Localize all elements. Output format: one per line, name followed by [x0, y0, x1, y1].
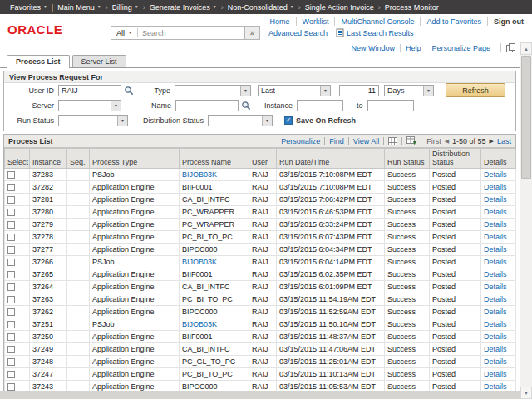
days-select[interactable]: Days ▼ [384, 85, 434, 96]
details-link[interactable]: Details [484, 283, 507, 291]
process-name[interactable]: BIJOB03K [182, 258, 217, 266]
details-link[interactable]: Details [484, 270, 507, 278]
page-action-link[interactable]: Personalize Page [426, 44, 495, 52]
details-link[interactable]: Details [484, 170, 507, 179]
last-search-results-link[interactable]: Last Search Results [347, 29, 414, 37]
row-select-checkbox[interactable] [7, 333, 15, 341]
row-select-checkbox[interactable] [7, 346, 15, 353]
user-id-lookup-icon[interactable] [124, 86, 134, 96]
page-action-link[interactable]: Help [400, 44, 426, 52]
row-select-checkbox[interactable] [7, 221, 15, 229]
details-link[interactable]: Details [484, 245, 507, 254]
header-link[interactable]: Worklist [296, 17, 335, 26]
process-name[interactable]: BIJOB03K [182, 170, 217, 179]
breadcrumb-item[interactable]: Billing ▼ [109, 3, 142, 12]
row-select-checkbox[interactable] [7, 184, 15, 191]
column-header[interactable]: Run Date/Time [277, 149, 385, 169]
vertical-scrollbar[interactable]: ▲ ▼ [520, 42, 532, 399]
breadcrumb-item[interactable]: Generate Invoices ▼ [146, 3, 220, 12]
row-select-checkbox[interactable] [7, 196, 15, 204]
column-header[interactable]: Seq. [67, 149, 90, 169]
row-select-checkbox[interactable] [7, 209, 15, 216]
column-header[interactable]: Process Name [180, 149, 249, 169]
row-select-checkbox[interactable] [7, 271, 15, 278]
details-link[interactable]: Details [484, 345, 507, 353]
row-select-checkbox[interactable] [7, 171, 15, 179]
advanced-search-link[interactable]: Advanced Search [268, 29, 328, 37]
tab[interactable]: Process List [7, 55, 70, 68]
details-link[interactable]: Details [484, 295, 507, 303]
user-id-input[interactable] [58, 85, 121, 96]
search-scope-dropdown[interactable]: All ▼ [111, 27, 137, 39]
details-link[interactable]: Details [484, 308, 507, 316]
breadcrumb-item[interactable]: Non-Consolidated ▼ [224, 3, 298, 12]
header-link[interactable]: MultiChannel Console [334, 17, 420, 26]
run-status-select[interactable]: ▼ [58, 115, 128, 126]
details-link[interactable]: Details [484, 208, 507, 216]
server-select[interactable]: ▼ [58, 100, 121, 111]
row-select-checkbox[interactable] [7, 321, 15, 328]
column-header[interactable]: Details [481, 149, 516, 169]
first-page-link[interactable]: First [426, 137, 441, 145]
column-header[interactable]: Select [5, 149, 30, 169]
scroll-up-icon[interactable]: ▲ [520, 42, 532, 55]
row-select-checkbox[interactable] [7, 308, 15, 316]
process-name[interactable]: BIJOB03K [182, 320, 217, 328]
column-header[interactable]: Instance [30, 149, 67, 169]
details-link[interactable]: Details [484, 233, 507, 241]
scroll-down-icon[interactable]: ▼ [520, 387, 532, 399]
last-page-link[interactable]: Last [497, 137, 511, 145]
page-action-link[interactable]: New Window [346, 44, 400, 52]
breadcrumb-item[interactable]: Main Menu ▼ [54, 3, 104, 12]
breadcrumb-item[interactable]: Single Action Invoice ▼ [302, 3, 377, 12]
details-link[interactable]: Details [484, 183, 507, 191]
header-link[interactable]: Add to Favorites [420, 17, 487, 26]
details-link[interactable]: Details [484, 258, 507, 266]
search-input[interactable] [138, 27, 244, 39]
row-select-checkbox[interactable] [7, 283, 15, 291]
row-select-checkbox[interactable] [7, 383, 15, 391]
details-link[interactable]: Details [484, 357, 507, 366]
distribution-status-select[interactable]: ▼ [208, 115, 273, 126]
search-submit-button[interactable]: » [245, 26, 260, 40]
name-lookup-icon[interactable] [241, 101, 251, 111]
new-window-icon[interactable] [500, 43, 515, 52]
row-select-checkbox[interactable] [7, 371, 15, 378]
details-link[interactable]: Details [484, 382, 507, 391]
column-header[interactable]: User [249, 149, 277, 169]
tab[interactable]: Server List [72, 55, 126, 67]
row-select-checkbox[interactable] [7, 246, 15, 254]
type-select[interactable]: ▼ [175, 85, 251, 96]
details-link[interactable]: Details [484, 220, 507, 229]
previous-page-icon[interactable]: ◀ [445, 138, 449, 144]
next-page-icon[interactable]: ▶ [490, 138, 494, 144]
details-link[interactable]: Details [484, 332, 507, 341]
instance-to-input[interactable] [367, 100, 414, 111]
breadcrumb-item[interactable]: Process Monitor ▼ [382, 3, 442, 12]
find-link[interactable]: Find [329, 137, 344, 145]
details-link[interactable]: Details [484, 195, 507, 204]
details-link[interactable]: Details [484, 370, 507, 378]
save-on-refresh-checkbox[interactable]: ✓ [284, 116, 293, 125]
column-header[interactable]: Distribution Status [430, 149, 481, 169]
row-select-checkbox[interactable] [7, 358, 15, 366]
header-link[interactable]: Home [264, 17, 296, 26]
instance-from-input[interactable] [297, 100, 343, 111]
refresh-button[interactable]: Refresh [446, 83, 505, 97]
sign-out-link[interactable]: Sign out [487, 17, 525, 26]
grid-zoom-icon[interactable] [388, 137, 397, 145]
last-select[interactable]: Last ▼ [258, 85, 331, 96]
column-header[interactable]: Run Status [385, 149, 430, 169]
row-select-checkbox[interactable] [7, 259, 15, 266]
details-link[interactable]: Details [484, 320, 507, 328]
download-to-excel-icon[interactable] [406, 136, 416, 145]
breadcrumb-item[interactable]: Favorites ▼ [7, 3, 51, 12]
scrollbar-thumb[interactable] [521, 56, 531, 179]
row-select-checkbox[interactable] [7, 234, 15, 241]
row-select-checkbox[interactable] [7, 296, 15, 303]
personalize-link[interactable]: Personalize [281, 137, 320, 145]
view-all-link[interactable]: View All [353, 137, 379, 145]
name-input[interactable] [175, 100, 239, 111]
last-count-input[interactable] [339, 85, 379, 96]
column-header[interactable]: Process Type [90, 149, 180, 169]
